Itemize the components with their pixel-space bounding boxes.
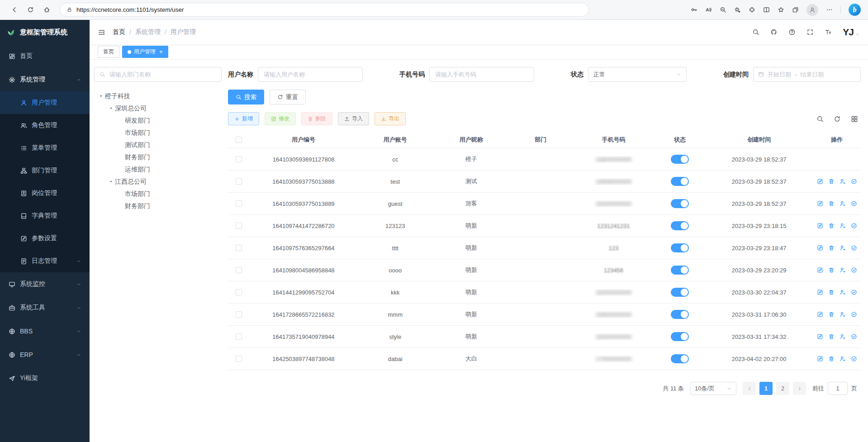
sidebar-item-monitor[interactable]: 系统监控	[0, 272, 90, 296]
reset-password-button[interactable]	[840, 311, 846, 318]
status-toggle[interactable]	[671, 243, 689, 252]
table-refresh-icon[interactable]	[834, 115, 841, 123]
status-select[interactable]: 正常	[588, 67, 687, 82]
address-bar[interactable]: https://ccnetcore.com:1101/system/user	[60, 3, 589, 17]
edit-button[interactable]	[817, 223, 823, 229]
sidebar-item-home[interactable]: 首页	[0, 44, 90, 68]
profile-avatar[interactable]	[806, 4, 818, 16]
table-columns-icon[interactable]	[851, 115, 858, 123]
status-toggle[interactable]	[671, 354, 689, 363]
status-toggle[interactable]	[671, 199, 689, 208]
zoom-out-icon[interactable]	[720, 6, 726, 13]
browser-refresh-button[interactable]	[24, 3, 37, 17]
row-checkbox[interactable]	[236, 156, 242, 162]
reset-password-button[interactable]	[840, 223, 846, 229]
delete-button[interactable]	[828, 333, 835, 340]
phone-input[interactable]	[429, 67, 534, 82]
question-icon[interactable]	[788, 29, 796, 36]
tree-node[interactable]: 运维部门	[94, 163, 222, 176]
reset-password-button[interactable]	[840, 289, 846, 295]
assign-role-button[interactable]	[851, 178, 857, 185]
delete-button[interactable]	[828, 267, 835, 273]
assign-role-button[interactable]	[851, 289, 857, 295]
row-checkbox[interactable]	[236, 356, 242, 362]
page-button-2[interactable]: 2	[776, 382, 789, 395]
tree-node[interactable]: 测试部门	[94, 139, 222, 151]
key-icon[interactable]	[691, 6, 697, 13]
reset-password-button[interactable]	[840, 200, 846, 207]
edit-button[interactable]	[817, 200, 823, 207]
tab-close-icon[interactable]: ×	[159, 48, 163, 55]
assign-role-button[interactable]	[851, 223, 857, 229]
row-checkbox[interactable]	[236, 311, 242, 318]
user-logo[interactable]: YJ	[843, 27, 860, 38]
import-button[interactable]: 导入	[338, 112, 369, 125]
reset-password-button[interactable]	[840, 356, 846, 362]
reset-button[interactable]: 重置	[270, 90, 306, 105]
delete-button[interactable]: 删除	[301, 112, 332, 125]
font-size-icon[interactable]	[825, 29, 832, 36]
bing-icon[interactable]: b	[849, 4, 861, 16]
row-checkbox[interactable]	[236, 200, 242, 207]
assign-role-button[interactable]	[851, 245, 857, 251]
read-aloud-icon[interactable]	[705, 6, 712, 13]
row-checkbox[interactable]	[236, 223, 242, 229]
export-button[interactable]: 导出	[375, 112, 406, 125]
page-size-select[interactable]: 10条/页	[690, 382, 736, 395]
tree-node[interactable]: 财务部门	[94, 200, 222, 212]
delete-button[interactable]	[828, 223, 835, 229]
department-search-input[interactable]	[109, 71, 216, 78]
edit-button[interactable]	[817, 356, 823, 362]
sidebar-item-system[interactable]: 系统管理	[0, 68, 90, 91]
assign-role-button[interactable]	[851, 311, 857, 318]
delete-button[interactable]	[828, 356, 835, 362]
status-toggle[interactable]	[671, 221, 689, 230]
status-toggle[interactable]	[671, 332, 689, 341]
breadcrumb-home[interactable]: 首页	[113, 28, 125, 36]
delete-button[interactable]	[828, 178, 835, 185]
status-toggle[interactable]	[671, 266, 689, 275]
add-button[interactable]: 新增	[228, 112, 259, 125]
assign-role-button[interactable]	[851, 200, 857, 207]
edit-button[interactable]	[817, 267, 823, 273]
sidebar-item-post[interactable]: 岗位管理	[0, 182, 90, 204]
tree-node[interactable]: 财务部门	[94, 151, 222, 163]
extensions-icon[interactable]	[749, 6, 755, 13]
tree-node[interactable]: 市场部门	[94, 188, 222, 200]
sidebar-item-log[interactable]: 日志管理	[0, 250, 90, 272]
more-icon[interactable]	[826, 6, 833, 13]
menu-fold-icon[interactable]	[98, 29, 105, 36]
assign-role-button[interactable]	[851, 356, 857, 362]
collections-icon[interactable]	[792, 6, 799, 13]
delete-button[interactable]	[828, 311, 835, 318]
prev-page-button[interactable]	[743, 382, 756, 395]
reset-password-button[interactable]	[840, 267, 846, 273]
username-input[interactable]	[258, 67, 363, 82]
edit-button[interactable]	[817, 333, 823, 340]
tab-user-management[interactable]: 用户管理 ×	[122, 46, 168, 58]
delete-button[interactable]	[828, 245, 835, 251]
sidebar-item-menu[interactable]: 菜单管理	[0, 137, 90, 159]
tab-home[interactable]: 首页	[98, 46, 119, 58]
sidebar-item-user[interactable]: 用户管理	[0, 91, 90, 114]
browser-back-button[interactable]	[7, 3, 21, 17]
tree-node[interactable]: 研发部门	[94, 114, 222, 127]
tree-node[interactable]: 市场部门	[94, 127, 222, 139]
sidebar-item-bbs[interactable]: BBS	[0, 319, 90, 343]
breadcrumb-system[interactable]: 系统管理	[135, 28, 161, 36]
assign-role-button[interactable]	[851, 333, 857, 340]
modify-button[interactable]: 修改	[265, 112, 296, 125]
browser-home-button[interactable]	[40, 3, 53, 17]
row-checkbox[interactable]	[236, 178, 242, 185]
date-range-picker[interactable]: 开始日期 - 结束日期	[753, 67, 861, 82]
sidebar-item-dict[interactable]: 字典管理	[0, 204, 90, 227]
search-button[interactable]: 搜索	[228, 90, 264, 105]
edit-button[interactable]	[817, 311, 823, 318]
tree-node[interactable]: 橙子科技	[94, 90, 222, 102]
delete-button[interactable]	[828, 289, 835, 295]
row-checkbox[interactable]	[236, 333, 242, 340]
fullscreen-icon[interactable]	[806, 29, 814, 36]
sidebar-item-tool[interactable]: 系统工具	[0, 296, 90, 319]
github-icon[interactable]	[770, 29, 778, 36]
sidebar-item-config[interactable]: 参数设置	[0, 227, 90, 250]
